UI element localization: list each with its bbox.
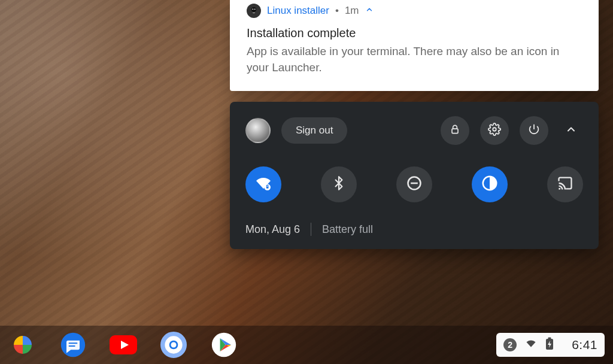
svg-rect-21 bbox=[548, 337, 551, 339]
chromium-icon bbox=[160, 332, 187, 358]
bluetooth-toggle[interactable] bbox=[321, 166, 357, 202]
svg-point-1 bbox=[252, 8, 253, 10]
night-light-toggle[interactable] bbox=[472, 166, 508, 202]
svg-point-4 bbox=[493, 128, 496, 131]
battery-charging-icon bbox=[545, 337, 554, 353]
svg-point-18 bbox=[171, 342, 176, 347]
wifi-icon bbox=[254, 174, 273, 195]
notification-time: 1m bbox=[345, 5, 359, 17]
clock: 6:41 bbox=[572, 338, 597, 352]
sign-out-label: Sign out bbox=[296, 125, 333, 136]
shelf-apps bbox=[8, 330, 238, 359]
collapse-button[interactable] bbox=[559, 119, 583, 142]
svg-rect-13 bbox=[69, 345, 75, 347]
svg-rect-12 bbox=[69, 342, 78, 344]
notification-body: App is available in your terminal. There… bbox=[247, 44, 582, 75]
wifi-toggle[interactable] bbox=[245, 166, 281, 202]
svg-rect-6 bbox=[266, 187, 269, 189]
youtube-icon bbox=[109, 334, 138, 356]
chevron-up-icon[interactable] bbox=[365, 5, 374, 16]
notification-title: Installation complete bbox=[247, 26, 582, 40]
svg-point-2 bbox=[254, 8, 256, 10]
night-light-icon bbox=[481, 174, 499, 195]
quick-settings-footer: Mon, Aug 6 Battery full bbox=[245, 223, 583, 236]
status-area[interactable]: 2 6:41 bbox=[496, 333, 605, 357]
chevron-up-icon bbox=[565, 123, 577, 138]
cast-icon bbox=[557, 175, 573, 194]
svg-point-10 bbox=[559, 188, 560, 190]
system-tray-popup: Linux installer • 1m Installation comple… bbox=[230, 0, 599, 249]
lock-icon bbox=[449, 123, 461, 138]
notification-count-badge: 2 bbox=[503, 338, 517, 351]
shelf: 2 6:41 bbox=[0, 326, 613, 364]
battery-status-label: Battery full bbox=[322, 223, 373, 236]
do-not-disturb-icon bbox=[406, 175, 423, 194]
messages-icon bbox=[60, 332, 86, 358]
avatar[interactable] bbox=[245, 118, 271, 143]
lock-button[interactable] bbox=[441, 116, 469, 145]
quick-settings-panel: Sign out bbox=[230, 102, 599, 249]
power-button[interactable] bbox=[520, 116, 548, 145]
app-youtube[interactable] bbox=[109, 330, 138, 359]
app-play-store[interactable] bbox=[210, 330, 238, 359]
power-icon bbox=[527, 123, 541, 138]
notification-app-name[interactable]: Linux installer bbox=[267, 5, 329, 17]
date-label: Mon, Aug 6 bbox=[245, 223, 300, 236]
gear-icon bbox=[488, 123, 501, 138]
cast-toggle[interactable] bbox=[547, 166, 583, 202]
penguin-icon bbox=[247, 4, 261, 18]
app-chromium[interactable] bbox=[159, 330, 188, 359]
wifi-icon bbox=[525, 338, 537, 353]
notification-card[interactable]: Linux installer • 1m Installation comple… bbox=[230, 0, 599, 91]
app-messages[interactable] bbox=[59, 330, 87, 359]
svg-point-0 bbox=[251, 7, 256, 12]
quick-settings-toggles bbox=[245, 166, 583, 202]
app-google-photos[interactable] bbox=[8, 330, 37, 359]
do-not-disturb-toggle[interactable] bbox=[396, 166, 432, 202]
bluetooth-icon bbox=[331, 175, 347, 193]
google-photos-icon bbox=[11, 333, 35, 357]
play-store-icon bbox=[211, 332, 237, 358]
notification-separator: • bbox=[335, 5, 339, 17]
footer-divider bbox=[311, 223, 311, 236]
notification-header: Linux installer • 1m bbox=[247, 4, 582, 18]
settings-button[interactable] bbox=[480, 116, 509, 145]
svg-rect-3 bbox=[452, 129, 458, 134]
sign-out-button[interactable]: Sign out bbox=[281, 117, 347, 144]
notification-count: 2 bbox=[508, 340, 512, 350]
quick-settings-top-row: Sign out bbox=[245, 116, 583, 145]
